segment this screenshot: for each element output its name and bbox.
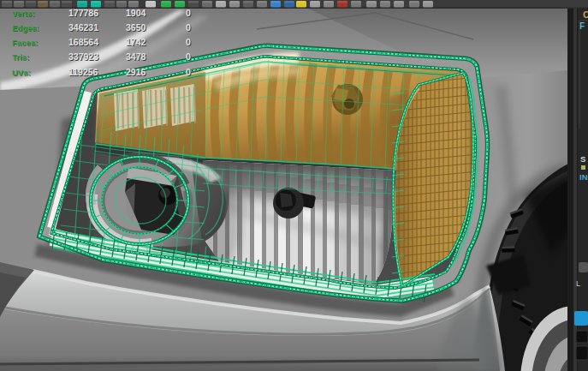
svg-text:3478: 3478 bbox=[126, 51, 146, 62]
svg-text:168564: 168564 bbox=[68, 37, 98, 47]
svg-text:IN: IN bbox=[579, 172, 588, 182]
svg-text:Faces:: Faces: bbox=[12, 38, 38, 47]
svg-text:C: C bbox=[583, 9, 588, 20]
svg-text:346231: 346231 bbox=[68, 22, 98, 33]
svg-text:0: 0 bbox=[186, 8, 191, 18]
svg-text:3650: 3650 bbox=[126, 22, 146, 33]
svg-text:L: L bbox=[576, 279, 580, 288]
svg-text:Edges:: Edges: bbox=[12, 23, 39, 33]
svg-text:0: 0 bbox=[186, 22, 191, 33]
svg-text:0: 0 bbox=[186, 67, 191, 77]
svg-text:Tris:: Tris: bbox=[12, 52, 29, 62]
svg-text:337923: 337923 bbox=[68, 51, 98, 62]
svg-text:F: F bbox=[579, 21, 585, 31]
svg-text:1742: 1742 bbox=[126, 37, 146, 47]
svg-text:0: 0 bbox=[186, 37, 191, 47]
svg-text:1904: 1904 bbox=[126, 8, 146, 18]
svg-text:S: S bbox=[580, 154, 585, 164]
svg-text:177786: 177786 bbox=[68, 8, 98, 18]
svg-text:Verts:: Verts: bbox=[12, 9, 34, 18]
svg-text:0: 0 bbox=[186, 51, 191, 62]
svg-text:119256: 119256 bbox=[68, 67, 98, 77]
svg-text:UVs:: UVs: bbox=[12, 68, 31, 77]
svg-text:2916: 2916 bbox=[126, 67, 146, 77]
